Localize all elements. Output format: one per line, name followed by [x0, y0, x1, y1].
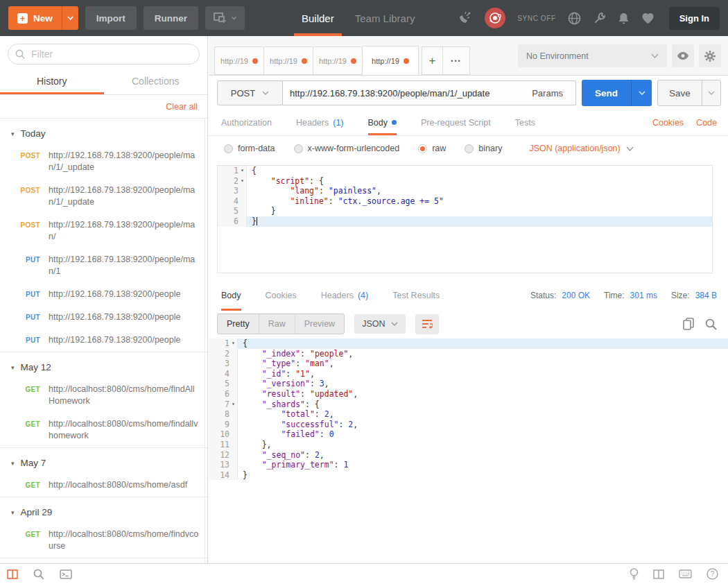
new-dropdown-caret[interactable]	[62, 6, 78, 30]
save-button[interactable]: Save	[657, 80, 721, 106]
settings-button[interactable]	[699, 44, 721, 67]
tab-history[interactable]: History	[0, 70, 104, 94]
radio-raw-selected[interactable]: raw	[418, 144, 446, 153]
tab-builder[interactable]: Builder	[294, 0, 342, 36]
history-group-header[interactable]: ▾May 12	[0, 359, 207, 378]
history-item[interactable]: GEThttp://localhost:8080/cms/home/findAl…	[0, 378, 207, 413]
send-button[interactable]: Send	[582, 80, 652, 106]
params-button[interactable]: Params	[519, 81, 575, 105]
tab-response-body[interactable]: Body	[221, 280, 241, 311]
more-tabs-button[interactable]: •••	[442, 46, 470, 75]
environment-selector[interactable]: No Environment	[518, 44, 667, 67]
history-item[interactable]: PUThttp://192.168.79.138:9200/people	[0, 283, 207, 306]
text-cursor	[257, 217, 257, 225]
help-icon[interactable]: ?	[707, 568, 718, 580]
request-tab-1[interactable]: http://19	[214, 46, 263, 75]
send-options-caret[interactable]	[631, 80, 652, 106]
cookies-link[interactable]: Cookies	[652, 118, 684, 128]
clear-all-link[interactable]: Clear all	[166, 102, 198, 112]
sync-status-badge[interactable]	[485, 8, 505, 28]
history-group-header[interactable]: ▾Today	[0, 126, 207, 144]
heart-icon[interactable]	[641, 12, 655, 24]
url-input[interactable]	[283, 88, 519, 98]
line-number: 8	[209, 409, 238, 420]
code-text: "_version": 3,	[238, 379, 728, 389]
history-item[interactable]: PUThttp://192.168.79.138:9200/people	[0, 329, 207, 352]
history-item[interactable]: PUThttp://192.168.79.138:9200/people/man…	[0, 248, 207, 283]
lightbulb-icon[interactable]	[630, 568, 639, 581]
copy-icon[interactable]	[683, 318, 694, 330]
history-item[interactable]: POSThttp://192.168.79.138:9200/people/ma…	[0, 179, 207, 214]
code-line: 2▾ "script": {	[218, 176, 712, 187]
wrap-text-button[interactable]	[415, 314, 439, 334]
response-body-viewer[interactable]: 1▾{2 "_index": "people",3 "_type": "man"…	[209, 337, 728, 563]
search-history-icon[interactable]	[33, 569, 44, 580]
history-item[interactable]: POSThttp://192.168.79.138:9200/people/ma…	[0, 144, 207, 179]
view-mode-group: Pretty Raw Preview	[217, 314, 345, 334]
code-link[interactable]: Code	[696, 118, 717, 128]
tab-response-cookies[interactable]: Cookies	[266, 280, 297, 311]
bell-icon[interactable]	[618, 12, 630, 25]
content-type-selector[interactable]: JSON (application/json)	[529, 144, 633, 153]
size-value: 384 B	[695, 291, 717, 300]
tab-team-library[interactable]: Team Library	[347, 0, 423, 36]
code-text: {	[238, 338, 728, 349]
console-icon[interactable]	[60, 569, 72, 579]
request-tab-3[interactable]: http://19	[313, 46, 362, 75]
wrench-icon[interactable]	[593, 12, 606, 25]
unsaved-dot-icon	[252, 58, 258, 64]
tab-body[interactable]: Body	[368, 110, 397, 135]
toggle-sidebar-icon[interactable]	[7, 569, 18, 579]
request-tabstrip: http://19 http://19 http://19 http://19 …	[209, 36, 728, 76]
search-response-icon[interactable]	[705, 318, 717, 330]
history-group-header[interactable]: ▾April 29	[0, 504, 207, 523]
line-number: 5	[218, 206, 247, 216]
two-pane-layout-icon[interactable]	[653, 569, 664, 579]
method-selector[interactable]: POST	[217, 80, 283, 105]
tab-collections[interactable]: Collections	[104, 70, 208, 94]
runner-button[interactable]: Runner	[144, 6, 198, 30]
history-item[interactable]: GEThttp://localhost:8080/cms/home/findal…	[0, 413, 207, 447]
view-raw-button[interactable]: Raw	[259, 314, 295, 334]
tab-headers[interactable]: Headers (1)	[296, 110, 344, 135]
radio-form-data[interactable]: form-data	[224, 144, 275, 153]
radio-x-www-form-urlencoded[interactable]: x-www-form-urlencoded	[294, 144, 400, 153]
method-badge: GET	[10, 529, 40, 552]
satellite-icon[interactable]	[458, 11, 473, 25]
save-label: Save	[658, 80, 702, 105]
radio-icon	[294, 144, 303, 153]
history-group: ▾May 7GEThttp://localhost:8080/cms/home/…	[0, 448, 207, 497]
view-preview-button[interactable]: Preview	[295, 314, 344, 334]
tab-pre-request-script[interactable]: Pre-request Script	[421, 110, 491, 135]
main-area: http://19 http://19 http://19 http://19 …	[209, 36, 728, 563]
open-new-tab-button[interactable]: +	[422, 46, 442, 75]
history-item[interactable]: PUThttp://192.168.79.138:9200/people	[0, 306, 207, 329]
history-item[interactable]: GEThttp://localhost:8080/cms/home/findvc…	[0, 523, 207, 558]
sign-in-button[interactable]: Sign In	[669, 7, 720, 30]
view-pretty-button[interactable]: Pretty	[218, 314, 259, 334]
import-button[interactable]: Import	[85, 6, 137, 30]
history-item[interactable]: GEThttp://localhost:8080/cms/home/asdf	[0, 474, 207, 497]
sidebar-scrollbar[interactable]	[205, 119, 205, 563]
tab-test-results[interactable]: Test Results	[392, 280, 440, 311]
sidebar: History Collections Clear all ▾TodayPOST…	[0, 36, 208, 563]
history-group-label: Today	[21, 128, 46, 139]
workspace-windows-button[interactable]	[205, 6, 245, 30]
new-button[interactable]: + New	[8, 6, 78, 30]
response-format-selector[interactable]: JSON	[354, 314, 406, 334]
filter-input[interactable]	[31, 49, 192, 60]
request-tab-4-active[interactable]: http://19	[362, 46, 419, 76]
radio-binary[interactable]: binary	[465, 144, 502, 153]
header-right-cluster: SYNC OFF Sign In	[458, 0, 720, 36]
keyboard-shortcuts-icon[interactable]	[679, 569, 692, 578]
tab-response-headers[interactable]: Headers (4)	[321, 280, 369, 311]
save-options-caret[interactable]	[702, 80, 720, 105]
globe-icon[interactable]	[568, 12, 581, 25]
request-body-editor[interactable]: 1▾{2▾ "script": {3 "lang": "painless",4 …	[217, 165, 713, 273]
request-tab-2[interactable]: http://19	[263, 46, 313, 75]
history-group-header[interactable]: ▾May 7	[0, 455, 207, 474]
history-item[interactable]: POSThttp://192.168.79.138:9200/people/ma…	[0, 214, 207, 248]
tab-authorization[interactable]: Authorization	[221, 110, 272, 135]
environment-preview-button[interactable]	[672, 44, 694, 67]
tab-tests[interactable]: Tests	[515, 110, 535, 135]
